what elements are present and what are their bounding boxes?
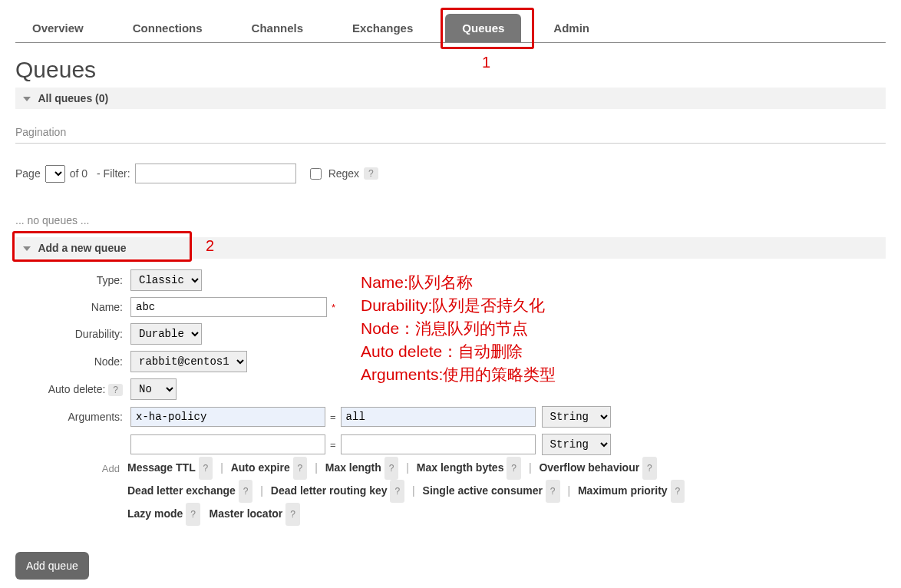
filter-label: - Filter: [97, 167, 130, 180]
argument-value-input-1[interactable] [341, 407, 536, 427]
annotation-line-node: Node：消息队列的节点 [361, 317, 556, 340]
help-icon[interactable]: ? [199, 457, 213, 480]
annotation-line-durability: Durability:队列是否持久化 [361, 294, 556, 317]
argument-value-input-2[interactable] [341, 434, 536, 454]
tab-connections[interactable]: Connections [116, 14, 219, 42]
type-label: Type: [23, 274, 130, 286]
helper-max-length[interactable]: Max length [325, 461, 381, 474]
section-all-queues-label: All queues (0) [38, 92, 108, 104]
node-label: Node: [23, 355, 130, 368]
annotation-marker-1: 1 [482, 54, 490, 71]
annotation-text-block: Name:队列名称 Durability:队列是否持久化 Node：消息队列的节… [361, 271, 556, 386]
help-icon[interactable]: ? [186, 503, 200, 526]
helper-max-priority[interactable]: Maximum priority [578, 484, 668, 497]
chevron-down-icon [23, 246, 31, 251]
page-label: Page [15, 167, 41, 180]
argument-type-select-1[interactable]: String [542, 406, 611, 428]
helper-dlx[interactable]: Dead letter exchange [127, 484, 236, 497]
helper-lazy[interactable]: Lazy mode [127, 507, 183, 520]
page-of-label: of 0 [70, 167, 87, 180]
section-add-queue[interactable]: Add a new queue [15, 237, 886, 259]
durability-label: Durability: [23, 328, 130, 340]
help-icon[interactable]: ? [239, 480, 253, 503]
argument-key-input-2[interactable] [130, 434, 325, 454]
page-title: Queues [15, 57, 886, 83]
pagination-row: Page of 0 - Filter: Regex ? [15, 164, 886, 183]
tab-exchanges[interactable]: Exchanges [335, 14, 430, 42]
add-argument-label: Add [97, 461, 127, 474]
required-marker: * [332, 302, 335, 313]
node-select[interactable]: rabbit@centos1 [130, 351, 247, 372]
main-tabs: Overview Connections Channels Exchanges … [15, 0, 886, 43]
help-icon[interactable]: ? [390, 480, 404, 503]
section-all-queues[interactable]: All queues (0) [15, 88, 886, 109]
arguments-label: Arguments: [23, 411, 130, 423]
help-icon[interactable]: ? [507, 457, 521, 480]
help-icon[interactable]: ? [384, 457, 399, 480]
help-icon[interactable]: ? [642, 457, 657, 480]
help-icon[interactable]: ? [671, 480, 685, 503]
page-select[interactable] [45, 165, 65, 183]
regex-label: Regex [328, 167, 359, 180]
type-select[interactable]: Classic [130, 269, 202, 291]
annotation-line-name: Name:队列名称 [361, 271, 556, 294]
autodelete-label: Auto delete: ? [23, 383, 130, 396]
annotation-line-autodelete: Auto delete：自动删除 [361, 340, 556, 363]
regex-help-icon[interactable]: ? [364, 167, 378, 180]
helper-message-ttl[interactable]: Message TTL [127, 461, 196, 474]
pagination-heading: Pagination [15, 109, 886, 144]
name-label: Name: [23, 301, 130, 313]
tab-admin[interactable]: Admin [536, 14, 606, 42]
tab-overview[interactable]: Overview [15, 14, 101, 42]
helper-sac[interactable]: Single active consumer [423, 484, 543, 497]
argument-helpers: Message TTL ? | Auto expire ? | Max leng… [127, 457, 685, 526]
filter-input[interactable] [135, 164, 296, 183]
annotation-marker-2: 2 [206, 237, 214, 255]
helper-overflow[interactable]: Overflow behaviour [539, 461, 639, 474]
equals-sign: = [325, 439, 341, 451]
empty-message: ... no queues ... [15, 214, 886, 226]
helper-max-length-bytes[interactable]: Max length bytes [417, 461, 504, 474]
autodelete-select[interactable]: No [130, 378, 177, 400]
autodelete-help-icon[interactable]: ? [108, 384, 123, 396]
helper-dlrk[interactable]: Dead letter routing key [271, 484, 388, 497]
help-icon[interactable]: ? [546, 480, 560, 503]
annotation-line-arguments: Arguments:使用的策略类型 [361, 363, 556, 386]
helper-auto-expire[interactable]: Auto expire [231, 461, 290, 474]
argument-type-select-2[interactable]: String [542, 434, 611, 455]
regex-checkbox[interactable] [310, 168, 322, 180]
durability-select[interactable]: Durable [130, 323, 202, 345]
name-input[interactable] [130, 297, 327, 317]
equals-sign: = [325, 411, 341, 423]
chevron-down-icon [23, 97, 31, 101]
tab-channels[interactable]: Channels [235, 14, 321, 42]
argument-key-input-1[interactable] [130, 407, 325, 427]
add-queue-button[interactable]: Add queue [15, 552, 89, 580]
tab-queues[interactable]: Queues [445, 14, 521, 42]
help-icon[interactable]: ? [285, 503, 300, 526]
help-icon[interactable]: ? [293, 457, 308, 480]
section-add-queue-label: Add a new queue [38, 242, 126, 254]
helper-master-locator[interactable]: Master locator [210, 507, 283, 520]
